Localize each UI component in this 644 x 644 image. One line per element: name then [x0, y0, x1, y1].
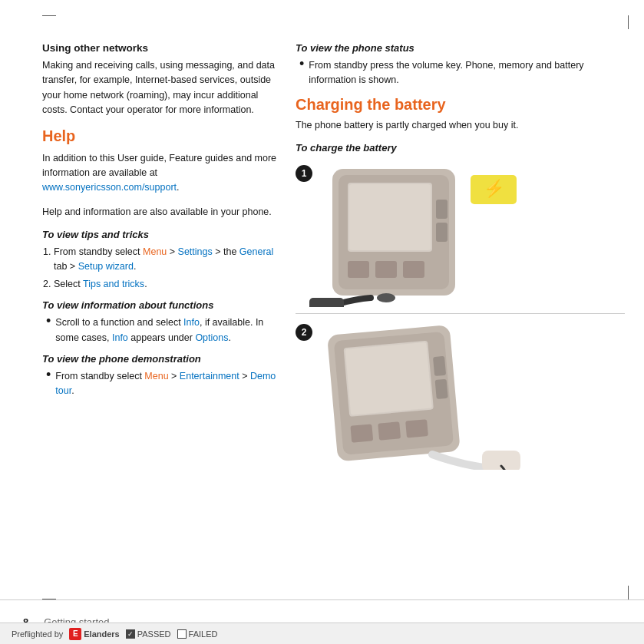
tips-step1-end: .	[134, 261, 136, 272]
preflighted-bar: Preflighted by E Elanders ✓ PASSED FAILE…	[0, 623, 644, 644]
demo-post: >	[239, 371, 250, 381]
tips-heading: To view tips and tricks	[42, 229, 280, 240]
tips-step2-pre: Select	[54, 279, 83, 289]
charge-heading: To charge the battery	[296, 142, 625, 154]
demo-body: From standby select Menu > Entertainment…	[55, 369, 280, 399]
tips-step1: From standby select Menu > Settings > th…	[54, 245, 280, 275]
content-area: Using other networks Making and receivin…	[42, 35, 625, 590]
svg-text:⚡: ⚡	[484, 178, 505, 199]
demo-bullet-item: • From standby select Menu > Entertainme…	[46, 369, 280, 399]
phone-step-2-wrapper: 2	[309, 320, 625, 470]
failed-box: FAILED	[177, 629, 218, 639]
charging-section: Charging the battery The phone battery i…	[296, 96, 625, 133]
svg-point-11	[377, 293, 395, 302]
passed-checkbox: ✓	[126, 629, 135, 639]
tips-step1-post: > the	[213, 246, 239, 257]
phone-status-bullets: • From standby press the volume key. Pho…	[299, 58, 625, 88]
svg-rect-20	[433, 356, 446, 376]
phone-status-heading: To view the phone status	[296, 42, 625, 54]
svg-rect-12	[309, 298, 344, 307]
phone-image-1: ⚡	[309, 161, 528, 307]
functions-heading: To view information about functions	[42, 299, 280, 311]
tips-step2: Select Tips and tricks.	[54, 277, 280, 292]
passed-label: PASSED	[137, 629, 171, 639]
svg-rect-6	[403, 261, 424, 278]
elanders-e-icon: E	[69, 628, 81, 640]
tips-step2-end: .	[144, 279, 147, 289]
phone-status-bullet: • From standby press the volume key. Pho…	[299, 58, 625, 88]
demo-menu: Menu	[144, 371, 168, 381]
svg-rect-17	[350, 424, 373, 443]
failed-label: FAILED	[189, 629, 218, 639]
demo-entertainment: Entertainment	[180, 371, 239, 381]
tips-step1-tab: tab >	[54, 261, 78, 272]
tips-menu: Menu	[143, 246, 167, 257]
functions-bullet-item: • Scroll to a function and select Info, …	[46, 315, 280, 345]
passed-box: ✓ PASSED	[126, 629, 171, 639]
charging-heading: Charging the battery	[296, 96, 625, 114]
functions-bullets: • Scroll to a function and select Info, …	[46, 315, 280, 345]
functions-options: Options	[195, 332, 228, 343]
elanders-logo: E Elanders	[69, 628, 119, 640]
using-other-networks-body: Making and receiving calls, using messag…	[42, 58, 280, 118]
using-other-networks-section: Using other networks Making and receivin…	[42, 42, 280, 118]
svg-rect-21	[435, 379, 448, 399]
failed-checkbox	[177, 629, 187, 639]
elanders-brand: Elanders	[84, 629, 119, 639]
tips-step1-pre: From standby select	[54, 246, 143, 257]
functions-info1: Info	[183, 317, 200, 328]
help-body1: In addition to this User guide, Feature …	[42, 153, 276, 178]
page-container: Using other networks Making and receivin…	[0, 0, 644, 644]
tips-list: From standby select Menu > Settings > th…	[54, 245, 280, 292]
top-mark-left	[42, 15, 56, 16]
tips-settings: Settings	[178, 246, 213, 257]
functions-pre: Scroll to a function and select	[55, 317, 183, 328]
demo-end: .	[71, 385, 74, 396]
tips-tricks: Tips and tricks	[83, 279, 144, 289]
phone-status-dot: •	[299, 57, 304, 71]
help-period: .	[177, 182, 179, 193]
charging-body: The phone battery is partly charged when…	[296, 118, 625, 133]
functions-info2: Info	[112, 332, 128, 343]
help-body: In addition to this User guide, Feature …	[42, 151, 280, 196]
phone-2-svg	[309, 320, 528, 470]
charge-steps-section: To charge the battery 1	[296, 142, 625, 470]
bottom-mark-right	[628, 586, 629, 599]
svg-rect-16	[345, 342, 432, 415]
phone-1-svg: ⚡	[309, 161, 528, 307]
tips-section: To view tips and tricks From standby sel…	[42, 229, 280, 292]
using-other-networks-title: Using other networks	[42, 42, 280, 54]
help-body2: Help and information are also available …	[42, 205, 280, 220]
preflighted-label: Preflighted by	[12, 629, 63, 639]
tips-general: General	[239, 246, 273, 257]
top-mark-right	[628, 15, 629, 29]
functions-section: To view information about functions • Sc…	[42, 299, 280, 345]
bullet-dot: •	[46, 314, 51, 328]
svg-rect-8	[436, 223, 447, 242]
demo-section: To view the phone demonstration • From s…	[42, 353, 280, 399]
svg-rect-4	[348, 261, 369, 278]
left-column: Using other networks Making and receivin…	[42, 35, 280, 590]
phone-step-1-wrapper: 1	[309, 161, 625, 307]
demo-pre: From standby select	[55, 371, 144, 381]
svg-rect-7	[436, 200, 447, 219]
right-column: To view the phone status • From standby …	[296, 35, 625, 590]
svg-rect-5	[375, 261, 397, 278]
svg-rect-18	[378, 421, 401, 440]
divider-line	[296, 313, 625, 314]
svg-rect-3	[349, 184, 431, 250]
tips-step1-mid: >	[167, 246, 177, 257]
help-link: www.sonyericsson.com/support	[42, 182, 177, 193]
functions-end: .	[228, 332, 230, 343]
phone-status-body: From standby press the volume key. Phone…	[309, 58, 625, 88]
demo-bullets: • From standby select Menu > Entertainme…	[46, 369, 280, 399]
phone-image-2	[309, 320, 528, 470]
demo-mid: >	[169, 371, 180, 381]
demo-heading: To view the phone demonstration	[42, 353, 280, 365]
svg-rect-19	[405, 419, 428, 438]
tips-setup: Setup wizard	[78, 261, 134, 272]
functions-post: appears under	[128, 332, 196, 343]
help-section: Help In addition to this User guide, Fea…	[42, 127, 280, 220]
help-heading: Help	[42, 127, 280, 145]
functions-body: Scroll to a function and select Info, if…	[55, 315, 280, 345]
